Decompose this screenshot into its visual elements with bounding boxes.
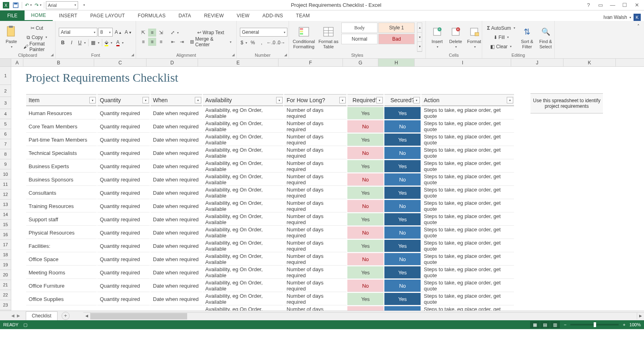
add-sheet-button[interactable]: + (62, 312, 70, 320)
row-header-21[interactable]: 21 (0, 280, 11, 290)
ribbon-tab-review[interactable]: REVIEW (198, 10, 230, 21)
table-row[interactable]: Human ResourcesQuantity requiredDate whe… (26, 107, 514, 119)
view-normal-button[interactable]: ▦ (530, 321, 540, 328)
row-header-3[interactable]: 3 (0, 97, 11, 109)
align-top-button[interactable]: ⇱ (139, 29, 147, 37)
align-center-button[interactable]: ≡ (148, 38, 156, 46)
row-header-17[interactable]: 17 (0, 240, 11, 250)
copy-button[interactable]: ⧉Copy ▾ (22, 33, 52, 41)
table-row[interactable]: Office SpaceQuantity requiredDate when r… (26, 253, 514, 266)
column-header-G[interactable]: G (343, 59, 378, 66)
zoom-out-button[interactable]: − (564, 322, 566, 327)
increase-indent-button[interactable]: ⇥ (178, 38, 186, 46)
filter-button[interactable]: ▼ (276, 97, 283, 103)
filter-button[interactable]: ▼ (142, 97, 149, 103)
ribbon-tab-home[interactable]: HOME (25, 10, 52, 21)
ribbon-tab-insert[interactable]: INSERT (53, 10, 84, 21)
filter-button[interactable]: ▼ (339, 97, 346, 103)
underline-button[interactable]: U▾ (76, 39, 87, 47)
percent-format-button[interactable]: % (249, 39, 257, 47)
table-row[interactable]: Core Team MembersQuantity requiredDate w… (26, 120, 514, 133)
horizontal-scrollbar[interactable]: ◀ ▶ (83, 312, 644, 319)
table-row[interactable]: Technical SpecialistsQuantity requiredDa… (26, 147, 514, 159)
style-body[interactable]: Body (341, 23, 378, 33)
delete-cells-button[interactable]: ×Delete▾ (448, 23, 464, 52)
filter-button[interactable]: ▼ (89, 97, 96, 103)
collapse-ribbon-icon[interactable]: ˄ (634, 23, 642, 31)
ribbon-tab-page-layout[interactable]: PAGE LAYOUT (84, 10, 131, 21)
style-bad[interactable]: Bad (378, 34, 415, 44)
table-row[interactable]: Part-time Team MembersQuantity requiredD… (26, 134, 514, 146)
align-bottom-button[interactable]: ⇲ (157, 29, 165, 37)
number-format-combo[interactable]: General▾ (240, 28, 287, 37)
ribbon-tab-team[interactable]: TEAM (289, 10, 316, 21)
ribbon-tab-data[interactable]: DATA (172, 10, 197, 21)
clear-button[interactable]: ◧Clear▾ (485, 43, 517, 51)
table-row[interactable]: Business SponsorsQuantity requiredDate w… (26, 173, 514, 186)
align-left-button[interactable]: ≡ (139, 38, 147, 46)
view-page-layout-button[interactable]: ▤ (540, 321, 550, 328)
row-header-22[interactable]: 22 (0, 290, 11, 300)
qat-customize-icon[interactable]: ▾ (79, 1, 88, 10)
column-header-B[interactable]: B (23, 59, 94, 66)
sheet-content[interactable]: Project Requirements Checklist Item▼Quan… (11, 67, 644, 311)
font-name-combo[interactable]: Arial▾ (59, 28, 97, 37)
column-header-F[interactable]: F (279, 59, 343, 66)
table-row[interactable]: Training ResourcesQuantity requiredDate … (26, 200, 514, 212)
decrease-decimal-button[interactable]: .0→ (277, 39, 286, 47)
format-as-table-button[interactable]: Format as Table (318, 23, 339, 52)
zoom-in-button[interactable]: + (623, 322, 625, 327)
close-icon[interactable]: ✕ (631, 1, 642, 9)
table-row[interactable]: Business ExpertsQuantity requiredDate wh… (26, 160, 514, 173)
macro-record-icon[interactable]: ▢ (23, 322, 27, 327)
row-header-23[interactable]: 23 (0, 300, 11, 310)
row-header-15[interactable]: 15 (0, 220, 11, 230)
column-header-H[interactable]: H (378, 59, 415, 66)
select-all-button[interactable] (0, 59, 11, 66)
table-row[interactable]: Physical ResourcesQuantity requiredDate … (26, 227, 514, 239)
filter-button[interactable]: ▼ (376, 97, 383, 103)
row-header-12[interactable]: 12 (0, 189, 11, 200)
autosum-button[interactable]: Σ AutoSum▾ (485, 24, 517, 32)
table-row[interactable]: Facilities:Quantity requiredDate when re… (26, 240, 514, 252)
font-color-button[interactable]: A▾ (115, 39, 125, 47)
row-header-20[interactable]: 20 (0, 270, 11, 280)
row-header-1[interactable]: 1 (0, 67, 11, 85)
zoom-level[interactable]: 100% (630, 322, 641, 327)
row-header-7[interactable]: 7 (0, 139, 11, 149)
row-header-6[interactable]: 6 (0, 129, 11, 139)
table-row[interactable]: Office FurnitureQuantity requiredDate wh… (26, 280, 514, 292)
column-header-C[interactable]: C (94, 59, 147, 66)
border-button[interactable]: ▦▾ (89, 39, 101, 47)
undo-icon[interactable]: ↶▾ (24, 1, 33, 10)
row-header-16[interactable]: 16 (0, 230, 11, 240)
row-header-18[interactable]: 18 (0, 250, 11, 260)
decrease-indent-button[interactable]: ⇤ (169, 38, 177, 46)
ribbon-options-icon[interactable]: ▭ (595, 1, 606, 9)
row-header-13[interactable]: 13 (0, 200, 11, 210)
row-header-5[interactable]: 5 (0, 119, 11, 129)
help-icon[interactable]: ? (583, 1, 594, 9)
find-select-button[interactable]: 🔍Find & Select (538, 23, 554, 52)
row-header-4[interactable]: 4 (0, 109, 11, 119)
maximize-icon[interactable]: ☐ (619, 1, 630, 9)
column-header-D[interactable]: D (147, 59, 198, 66)
comma-format-button[interactable]: , (258, 39, 266, 47)
save-icon[interactable] (11, 1, 20, 10)
italic-button[interactable]: I (68, 39, 76, 47)
worksheet-grid[interactable]: 123456789101112131415161718192021222324 … (0, 67, 644, 311)
table-row[interactable]: Software:Quantity requiredDate when requ… (26, 306, 514, 311)
ribbon-tab-formulas[interactable]: FORMULAS (131, 10, 172, 21)
redo-icon[interactable]: ↷▾ (33, 1, 42, 10)
filter-button[interactable]: ▼ (507, 97, 513, 103)
qat-font-selector[interactable]: Arial▾ (46, 1, 78, 9)
row-header-8[interactable]: 8 (0, 149, 11, 159)
align-middle-button[interactable]: ≡ (148, 29, 156, 37)
style-style1[interactable]: Style 1 (378, 23, 415, 33)
format-painter-button[interactable]: 🖌Format Painter (22, 43, 52, 51)
bold-button[interactable]: B (59, 39, 67, 47)
orientation-button[interactable]: ⤢▾ (169, 29, 180, 37)
row-header-10[interactable]: 10 (0, 169, 11, 179)
minimize-icon[interactable]: — (607, 1, 618, 9)
increase-decimal-button[interactable]: ←.0 (266, 39, 276, 47)
